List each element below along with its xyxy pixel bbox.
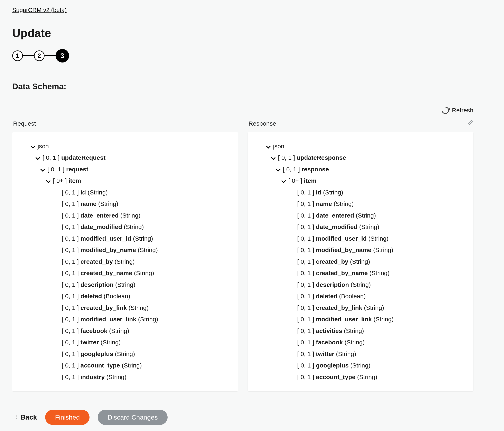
chevron-down-icon [290, 375, 294, 379]
chevron-down-icon [55, 352, 59, 356]
tree-envelope[interactable]: [ 0, 1 ] updateResponse [252, 152, 469, 164]
chevron-down-icon[interactable] [266, 144, 270, 148]
tree-field-facebook: [ 0, 1 ] facebook (String) [252, 337, 469, 348]
step-3[interactable]: 3 [56, 49, 69, 62]
chevron-down-icon [290, 352, 294, 356]
tree-node-label: [ 0, 1 ] deleted (Boolean) [62, 292, 130, 300]
tree-inner[interactable]: [ 0, 1 ] response [252, 164, 469, 175]
response-panel: json[ 0, 1 ] updateResponse[ 0, 1 ] resp… [248, 132, 473, 392]
tree-field-account_type: [ 0, 1 ] account_type (String) [252, 371, 469, 383]
step-1[interactable]: 1 [12, 51, 23, 61]
tree-field-modified_user_id: [ 0, 1 ] modified_user_id (String) [252, 233, 469, 245]
tree-field-date_modified: [ 0, 1 ] date_modified (String) [16, 221, 234, 233]
pencil-icon[interactable] [467, 120, 473, 128]
chevron-down-icon [290, 271, 294, 275]
tree-node-label: [ 0, 1 ] modified_user_id (String) [297, 235, 388, 243]
chevron-down-icon [55, 306, 59, 310]
tree-node-label: [ 0, 1 ] response [283, 165, 329, 174]
refresh-label: Refresh [452, 106, 473, 114]
tree-node-label: [ 0, 1 ] created_by (String) [62, 258, 135, 266]
tree-item[interactable]: [ 0+ ] item [16, 175, 234, 187]
request-panel: json[ 0, 1 ] updateRequest[ 0, 1 ] reque… [12, 132, 238, 392]
tree-node-label: [ 0, 1 ] created_by_link (String) [297, 304, 384, 312]
chevron-down-icon [290, 237, 294, 241]
chevron-down-icon [55, 213, 59, 218]
tree-node-label: [ 0, 1 ] facebook (String) [62, 327, 129, 335]
breadcrumb[interactable]: SugarCRM v2 (beta) [12, 7, 67, 13]
tree-node-label: [ 0, 1 ] created_by_name (String) [297, 269, 389, 277]
chevron-down-icon[interactable] [40, 167, 45, 171]
chevron-down-icon[interactable] [276, 167, 280, 171]
tree-field-account_type: [ 0, 1 ] account_type (String) [16, 360, 234, 371]
chevron-down-icon [290, 329, 294, 333]
tree-field-description: [ 0, 1 ] description (String) [252, 279, 469, 291]
tree-node-label: [ 0, 1 ] account_type (String) [62, 361, 142, 370]
tree-field-googleplus: [ 0, 1 ] googleplus (String) [16, 348, 234, 360]
back-label: Back [20, 413, 37, 422]
tree-node-label: [ 0, 1 ] description (String) [62, 281, 135, 289]
tree-field-created_by_name: [ 0, 1 ] created_by_name (String) [16, 267, 234, 279]
tree-node-label: [ 0, 1 ] date_modified (String) [297, 223, 379, 231]
tree-node-label: [ 0, 1 ] name (String) [297, 200, 354, 208]
chevron-down-icon [290, 248, 294, 252]
chevron-down-icon [55, 317, 59, 321]
chevron-down-icon [290, 340, 294, 344]
tree-envelope[interactable]: [ 0, 1 ] updateRequest [16, 152, 234, 164]
chevron-down-icon[interactable] [281, 179, 286, 183]
tree-node-label: [ 0, 1 ] created_by_link (String) [62, 304, 149, 312]
tree-node-label: [ 0+ ] item [288, 177, 317, 185]
tree-node-label: [ 0, 1 ] request [47, 165, 88, 174]
tree-node-label: [ 0, 1 ] name (String) [62, 200, 118, 208]
tree-node-label: [ 0, 1 ] account_type (String) [297, 373, 377, 381]
tree-node-label: [ 0, 1 ] modified_user_id (String) [62, 235, 153, 243]
tree-node-label: [ 0, 1 ] id (String) [297, 188, 343, 197]
tree-field-id: [ 0, 1 ] id (String) [16, 187, 234, 198]
chevron-down-icon [55, 340, 59, 344]
tree-item[interactable]: [ 0+ ] item [252, 175, 469, 187]
tree-field-twitter: [ 0, 1 ] twitter (String) [16, 337, 234, 348]
tree-field-created_by_link: [ 0, 1 ] created_by_link (String) [252, 302, 469, 314]
tree-node-label: [ 0, 1 ] created_by (String) [297, 258, 370, 266]
tree-field-modified_user_link: [ 0, 1 ] modified_user_link (String) [16, 314, 234, 325]
tree-field-deleted: [ 0, 1 ] deleted (Boolean) [252, 290, 469, 302]
tree-node-label: json [38, 142, 49, 150]
tree-field-activities: [ 0, 1 ] activities (String) [252, 325, 469, 337]
finished-button[interactable]: Finished [45, 410, 90, 425]
tree-root[interactable]: json [16, 141, 234, 152]
refresh-icon [440, 105, 450, 115]
chevron-down-icon [55, 375, 59, 379]
chevron-down-icon [55, 202, 59, 206]
chevron-down-icon [290, 363, 294, 368]
refresh-button[interactable]: Refresh [442, 106, 473, 114]
tree-field-modified_by_name: [ 0, 1 ] modified_by_name (String) [252, 244, 469, 256]
back-button[interactable]: 〈 Back [12, 413, 37, 422]
step-connector [45, 55, 56, 56]
tree-field-date_modified: [ 0, 1 ] date_modified (String) [252, 221, 469, 233]
page-title: Update [12, 25, 492, 41]
tree-field-googleplus: [ 0, 1 ] googleplus (String) [252, 360, 469, 371]
tree-field-date_entered: [ 0, 1 ] date_entered (String) [252, 210, 469, 221]
tree-node-label: [ 0, 1 ] id (String) [62, 188, 108, 197]
tree-inner[interactable]: [ 0, 1 ] request [16, 164, 234, 175]
request-column: Request json[ 0, 1 ] updateRequest[ 0, 1… [12, 120, 238, 391]
chevron-down-icon [55, 237, 59, 241]
chevron-down-icon[interactable] [36, 156, 40, 160]
chevron-down-icon [290, 225, 294, 229]
chevron-down-icon[interactable] [271, 156, 275, 160]
tree-field-name: [ 0, 1 ] name (String) [252, 198, 469, 210]
chevron-down-icon[interactable] [31, 144, 35, 148]
chevron-down-icon[interactable] [46, 179, 50, 183]
wizard-stepper: 1 2 3 [12, 49, 492, 62]
chevron-down-icon [290, 306, 294, 310]
chevron-down-icon [55, 363, 59, 368]
tree-field-modified_user_id: [ 0, 1 ] modified_user_id (String) [16, 233, 234, 245]
tree-node-label: [ 0, 1 ] facebook (String) [297, 338, 365, 347]
tree-node-label: [ 0, 1 ] description (String) [297, 281, 371, 289]
tree-field-created_by_name: [ 0, 1 ] created_by_name (String) [252, 267, 469, 279]
step-2[interactable]: 2 [34, 51, 45, 61]
discard-changes-button[interactable]: Discard Changes [98, 410, 167, 425]
tree-root[interactable]: json [252, 141, 469, 152]
chevron-down-icon [290, 202, 294, 206]
tree-field-modified_user_link: [ 0, 1 ] modified_user_link (String) [252, 314, 469, 325]
tree-field-created_by: [ 0, 1 ] created_by (String) [16, 256, 234, 268]
